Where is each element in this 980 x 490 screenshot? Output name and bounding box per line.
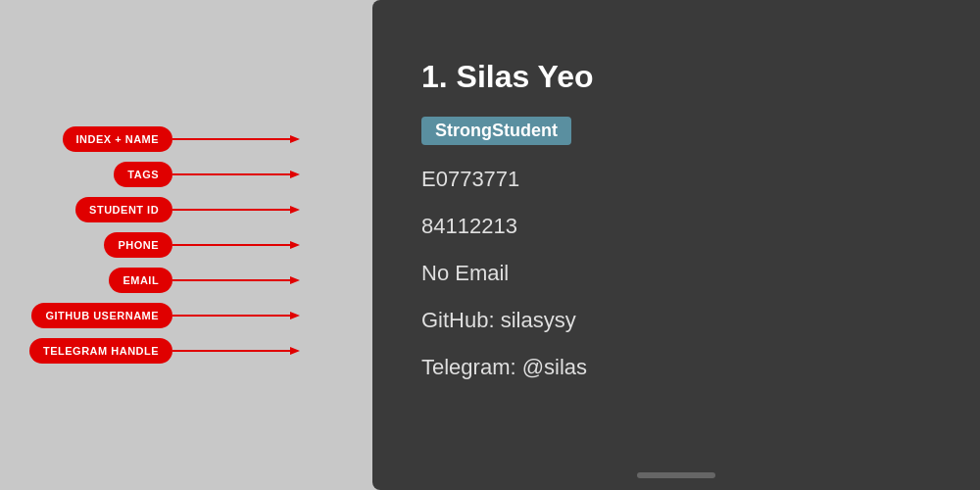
svg-marker-7 <box>290 241 300 249</box>
arrow-email <box>172 270 300 290</box>
svg-marker-13 <box>290 347 300 355</box>
svg-marker-5 <box>290 206 300 214</box>
detail-card: 1. Silas Yeo StrongStudent E0773771 8411… <box>372 0 980 490</box>
label-telegram: TELEGRAM HANDLE <box>29 338 172 364</box>
github-value: GitHub: silasysy <box>421 308 931 333</box>
label-row-email: EMAIL <box>109 268 300 293</box>
arrow-telegram <box>172 341 300 361</box>
arrow-phone <box>172 235 300 255</box>
main-container: 1. Silas Yeo StrongStudent E0773771 8411… <box>0 0 980 490</box>
label-index-name: INDEX + NAME <box>63 126 173 152</box>
tag-badge: StrongStudent <box>421 117 571 145</box>
label-tags: TAGS <box>114 162 172 187</box>
arrow-index-name <box>172 129 300 149</box>
label-row-telegram: TELEGRAM HANDLE <box>29 338 300 364</box>
label-row-index-name: INDEX + NAME <box>63 126 301 152</box>
label-email: EMAIL <box>109 268 172 293</box>
label-phone: PHONE <box>104 232 172 258</box>
svg-marker-9 <box>290 276 300 284</box>
telegram-value: Telegram: @silas <box>421 355 931 380</box>
arrow-tags <box>172 165 300 184</box>
label-row-tags: TAGS <box>114 162 300 187</box>
email-value: No Email <box>421 261 931 286</box>
arrow-student-id <box>172 200 300 220</box>
arrow-github <box>172 306 300 325</box>
card-content: 1. Silas Yeo StrongStudent E0773771 8411… <box>421 59 931 380</box>
svg-marker-1 <box>290 135 300 143</box>
svg-marker-3 <box>290 171 300 178</box>
labels-area: INDEX + NAME TAGS STUDENT ID PHONE <box>29 126 300 364</box>
name-value: 1. Silas Yeo <box>421 59 931 95</box>
svg-marker-11 <box>290 312 300 319</box>
label-github: GITHUB USERNAME <box>31 303 172 328</box>
label-row-github: GITHUB USERNAME <box>31 303 300 328</box>
label-row-student-id: STUDENT ID <box>75 197 300 222</box>
phone-value: 84112213 <box>421 214 931 239</box>
student-id-value: E0773771 <box>421 167 931 192</box>
label-row-phone: PHONE <box>104 232 300 258</box>
label-student-id: STUDENT ID <box>75 197 172 222</box>
scrollbar-hint <box>637 472 715 478</box>
tags-value: StrongStudent <box>421 117 931 145</box>
